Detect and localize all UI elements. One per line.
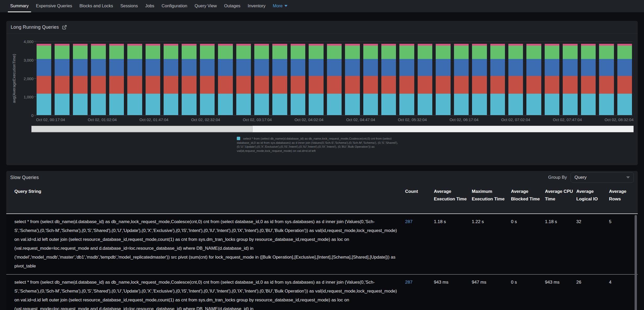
stacked-bar[interactable] [399,41,414,115]
bar-segment [200,46,215,59]
bar-segment [472,59,487,76]
stacked-bar[interactable] [563,41,577,115]
nav-more-button[interactable]: More [271,0,290,12]
stacked-bar[interactable] [254,41,269,115]
tab-query-view[interactable]: Query View [192,0,219,12]
count-link[interactable]: 287 [405,278,434,310]
bar-segment [599,46,614,59]
bar-segment [127,59,142,76]
stacked-bar[interactable] [345,41,360,115]
stacked-bar[interactable] [381,41,396,115]
group-by-select[interactable]: Query [571,172,634,183]
bar-segment [454,59,469,76]
tab-sessions[interactable]: Sessions [118,0,140,12]
stacked-bar[interactable] [182,41,196,115]
bar-segment [91,46,106,59]
stacked-bar[interactable] [581,41,596,115]
bar-segment [254,59,269,76]
value-cell: 0 s [511,278,545,310]
stacked-bar[interactable] [218,41,233,115]
value-cell: 1.18 s [545,217,576,271]
stacked-bar[interactable] [73,41,88,115]
x-tick-label: Oct 02, 00:17:04 [36,117,65,122]
table-vertical-scrollbar[interactable] [635,215,637,310]
bar-segment [454,76,469,93]
stacked-bar[interactable] [309,41,323,115]
bar-segment [581,94,596,115]
stacked-bar[interactable] [472,41,487,115]
stacked-bar[interactable] [291,41,305,115]
query-string-cell: select * from (select db_name(d.database… [14,217,405,271]
stacked-bar[interactable] [327,41,342,115]
scrollbar-thumb[interactable] [31,126,252,132]
bar-segment [218,59,233,76]
bar-segment [291,94,305,115]
bar-segment [617,46,632,59]
bar-segment [327,94,342,115]
column-header-average-execution-time: Average Execution Time [434,188,472,213]
bar-segment [272,76,287,93]
stacked-bar[interactable] [200,41,215,115]
stacked-bar[interactable] [508,41,523,115]
x-tick-label: Oct 02, 04:47:04 [346,117,375,122]
bar-segment [617,59,632,76]
bar-segment [581,59,596,76]
tab-blocks-and-locks[interactable]: Blocks and Locks [77,0,115,12]
bar-segment [164,94,178,115]
bar-segment [127,76,142,93]
stacked-bar[interactable] [490,41,505,115]
stacked-bar[interactable] [363,41,378,115]
bar-segment [381,46,396,59]
bar-segment [37,94,51,115]
chart-legend[interactable]: select * from (select db_name(d.database… [237,137,407,153]
bar-segment [55,94,69,115]
bar-segment [182,59,196,76]
stacked-bar[interactable] [127,41,142,115]
stacked-bar[interactable] [164,41,178,115]
tab-inventory[interactable]: Inventory [245,0,268,12]
tab-configuration[interactable]: Configuration [159,0,189,12]
bar-segment [291,46,305,59]
bar-segment [563,94,577,115]
stacked-bar[interactable] [599,41,614,115]
tab-jobs[interactable]: Jobs [143,0,157,12]
bar-segment [327,46,342,59]
bar-segment [617,76,632,93]
stacked-bar[interactable] [545,41,559,115]
tab-expensive-queries[interactable]: Expensive Queries [34,0,75,12]
x-axis-ticks: Oct 02, 00:17:04Oct 02, 01:02:04Oct 02, … [36,117,634,122]
bar-segment [73,59,88,76]
bar-segment [472,94,487,115]
stacked-bar[interactable] [526,41,541,115]
value-cell: 5 [609,217,635,271]
stacked-bar[interactable] [146,41,160,115]
external-link-icon[interactable] [62,25,67,30]
y-tick-label: 0 [31,113,33,118]
bar-segment [617,94,632,115]
x-tick-label: Oct 02, 05:32:04 [398,117,427,122]
stacked-bar[interactable] [418,41,432,115]
bar-segment [508,59,523,76]
stacked-bar[interactable] [454,41,469,115]
count-link[interactable]: 287 [405,217,434,271]
bar-segment [472,76,487,93]
y-tick-label: 1,000 [24,95,33,99]
bar-segment [272,59,287,76]
bar-segment [418,94,432,115]
stacked-bar[interactable] [617,41,632,115]
bar-segment [109,46,124,59]
bar-segment [345,46,360,59]
stacked-bar[interactable] [436,41,450,115]
stacked-bar[interactable] [109,41,124,115]
chart-horizontal-scrollbar[interactable] [31,126,634,132]
stacked-bar[interactable] [55,41,69,115]
stacked-bar[interactable] [272,41,287,115]
tab-summary[interactable]: Summary [8,0,31,12]
stacked-bar[interactable] [91,41,106,115]
bar-segment [37,76,51,93]
stacked-bar[interactable] [236,41,251,115]
bar-segment [490,59,505,76]
tab-outages[interactable]: Outages [222,0,243,12]
stacked-bar[interactable] [37,41,51,115]
bar-segment [55,46,69,59]
